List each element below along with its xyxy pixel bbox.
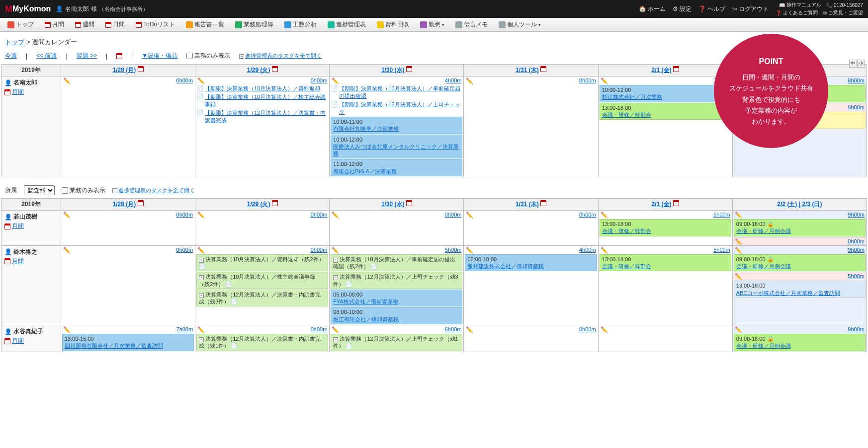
calendar-picker-icon[interactable]	[116, 53, 122, 59]
month-link[interactable]: 月間	[4, 88, 58, 96]
pencil-icon[interactable]: ✏️	[735, 212, 741, 218]
plus-icon[interactable]: +	[333, 337, 338, 342]
calendar-icon[interactable]	[540, 66, 546, 72]
deadline-link[interactable]: 【期限】決算業務（12月決算法人）／上司チェック	[339, 101, 462, 116]
size-mid[interactable]: 中	[849, 60, 857, 68]
event[interactable]: 13:00-18:00会議・研修／幹部会	[600, 219, 731, 236]
event[interactable]: 05:00-08:00FYA株式会社／償却資産税	[331, 290, 462, 307]
pencil-icon[interactable]: ✏️	[197, 212, 203, 218]
pencil-icon[interactable]: ✏️	[63, 77, 69, 83]
day-header[interactable]: 1/29 (火)	[247, 201, 270, 208]
help-link[interactable]: ❓ヘルプ	[698, 5, 725, 13]
next-week-link[interactable]: 翌週 >>	[77, 52, 97, 60]
tab-tools[interactable]: 個人ツール▾	[494, 18, 545, 31]
month-link[interactable]: 月間	[4, 257, 58, 266]
pencil-icon[interactable]: ✏️	[466, 326, 472, 332]
plus-icon[interactable]: +	[199, 275, 204, 280]
day-header[interactable]: 1/30 (水)	[381, 201, 405, 208]
day-header[interactable]: 1/28 (月)	[113, 201, 136, 208]
pencil-icon[interactable]: ✏️	[63, 247, 69, 253]
task-item[interactable]: + 決算業務（12月決算法人）／決算書・内訳書完成（残3件） 📄	[196, 290, 328, 307]
calendar-icon[interactable]	[540, 200, 546, 206]
hours-link[interactable]: 0h00m	[176, 77, 193, 83]
day-header[interactable]: 2/2 (土) | 2/3 (日)	[777, 201, 822, 208]
hours-link[interactable]: 0h00m	[311, 77, 328, 83]
tab-weekly[interactable]: 週間	[71, 18, 99, 31]
plus-icon[interactable]: +	[333, 275, 338, 280]
task-item[interactable]: + 決算業務（10月決算法人）／事前確定届の提出確認（残2件） 📄	[331, 254, 462, 272]
tab-attendance[interactable]: 勤怠▾	[416, 18, 449, 31]
pencil-icon[interactable]: ✏️	[332, 247, 338, 253]
equipment-link[interactable]: ▼設備・備品	[142, 52, 177, 60]
tab-monthly[interactable]: 月間	[40, 18, 69, 31]
deadline-link[interactable]: 【期限】決算業務（10月決算法人）／事前確定届の提出確認	[339, 85, 462, 100]
pencil-icon[interactable]: ✏️	[197, 247, 203, 253]
task-item[interactable]: + 決算業務（10月決算法人）／資料返却（残2件） 📄	[196, 254, 328, 272]
pencil-icon[interactable]: ✏️	[63, 212, 69, 218]
day-header[interactable]: 1/31 (木)	[516, 201, 539, 208]
event[interactable]: 08:00-10:00堀江有限会社／償却資産税	[331, 307, 462, 324]
day-header[interactable]: 1/28 (月)	[113, 67, 136, 74]
pencil-icon[interactable]: ✏️	[332, 77, 338, 83]
pencil-icon[interactable]: ✏️	[735, 326, 741, 332]
pencil-icon[interactable]: ✏️	[735, 247, 741, 253]
hours-link[interactable]: 4h00m	[445, 77, 462, 83]
tab-workbook[interactable]: 業務処理簿	[231, 18, 278, 31]
phone-link[interactable]: 📞0120-156027	[826, 1, 863, 8]
logout-link[interactable]: ↪ログアウト	[732, 5, 769, 13]
tab-todo[interactable]: ToDoリスト	[131, 18, 179, 31]
calendar-icon[interactable]	[673, 66, 679, 72]
task-item[interactable]: + 決算業務（12月決算法人）／決算書・内訳書完成（残1件） 📄	[196, 334, 328, 351]
event[interactable]: 09:00-18:00 🔒会議・研修／月例会議	[734, 219, 866, 236]
pencil-icon[interactable]: ✏️	[601, 247, 607, 253]
pencil-icon[interactable]: ✏️	[466, 247, 472, 253]
calendar-icon[interactable]	[406, 66, 412, 72]
pencil-icon[interactable]: ✏️	[63, 326, 69, 332]
plus-icon[interactable]: +	[199, 293, 204, 298]
tab-top[interactable]: トップ	[3, 18, 38, 31]
event[interactable]: 13:00-15:00四川厨房有限会社／月次業務／監査訪問	[62, 334, 194, 351]
home-link[interactable]: 🏠ホーム	[639, 5, 666, 13]
tab-collect[interactable]: 資料回収	[372, 18, 414, 31]
expand-tasks-link[interactable]: +進捗管理表のタスクを全て開く	[239, 52, 322, 60]
month-link[interactable]: 月間	[4, 222, 58, 230]
feedback-link[interactable]: ✉ご意見・ご要望	[823, 9, 863, 16]
deadline-link[interactable]: 【期限】決算業務（12月決算法人）／決算書・内訳書完成	[205, 109, 328, 124]
month-link[interactable]: 月間	[4, 337, 58, 345]
pencil-icon[interactable]: ✏️	[466, 77, 472, 83]
calendar-icon[interactable]	[406, 200, 412, 206]
pencil-icon[interactable]: ✏️	[601, 77, 607, 83]
breadcrumb-top[interactable]: トップ	[5, 38, 24, 46]
manual-link[interactable]: 📖操作マニュアル	[779, 1, 821, 8]
event[interactable]: 09:00-18:00 🔒会議・研修／月例会議	[734, 254, 866, 272]
deadline-link[interactable]: 【期限】決算業務（10月決算法人）／資料返却	[205, 85, 320, 92]
hours-link[interactable]: 8h00m	[848, 77, 865, 83]
event[interactable]: 11:00-12:00有限会社BIG A／決算業務	[331, 159, 462, 176]
deadline-link[interactable]: 【期限】決算業務（10月決算法人）／株主総会議事録	[205, 93, 328, 108]
tab-analysis[interactable]: 工数分析	[280, 18, 321, 31]
calendar-icon[interactable]	[138, 66, 144, 72]
calendar-icon[interactable]	[673, 200, 679, 206]
event[interactable]: 13:00-18:00会議・研修／幹部会	[600, 103, 731, 120]
prev-week-link[interactable]: << 前週	[36, 52, 57, 60]
event[interactable]: 13:00-18:00会議・研修／幹部会	[600, 254, 731, 272]
task-only-checkbox[interactable]: 業務のみ表示	[186, 52, 230, 60]
hours-link[interactable]: 8h00m	[848, 104, 865, 110]
size-small[interactable]: 小	[857, 60, 865, 68]
pencil-icon[interactable]: ✏️	[601, 212, 607, 218]
day-header[interactable]: 1/30 (水)	[381, 67, 405, 74]
tab-progress[interactable]: 進捗管理表	[323, 18, 370, 31]
task-item[interactable]: + 決算業務（12月決算法人）／上司チェック（残1件） 📄	[331, 334, 462, 351]
day-header[interactable]: 2/1 (金)	[652, 67, 672, 74]
pencil-icon[interactable]: ✏️	[332, 212, 338, 218]
calendar-icon[interactable]	[138, 200, 144, 206]
task-only-checkbox-2[interactable]: 業務のみ表示	[62, 186, 105, 195]
tab-reports[interactable]: 報告書一覧	[181, 18, 229, 31]
pencil-icon[interactable]: ✏️	[332, 326, 338, 332]
pencil-icon[interactable]: ✏️	[466, 212, 472, 218]
pencil-icon[interactable]: ✏️	[735, 238, 741, 244]
event[interactable]: 10:00-12:00医療法人みつば会北原メンタルクリニック／決算業務	[331, 135, 462, 159]
pencil-icon[interactable]: ✏️	[735, 273, 741, 279]
day-header[interactable]: 1/29 (火)	[247, 67, 270, 74]
tab-memo[interactable]: 伝言メモ	[451, 18, 492, 31]
